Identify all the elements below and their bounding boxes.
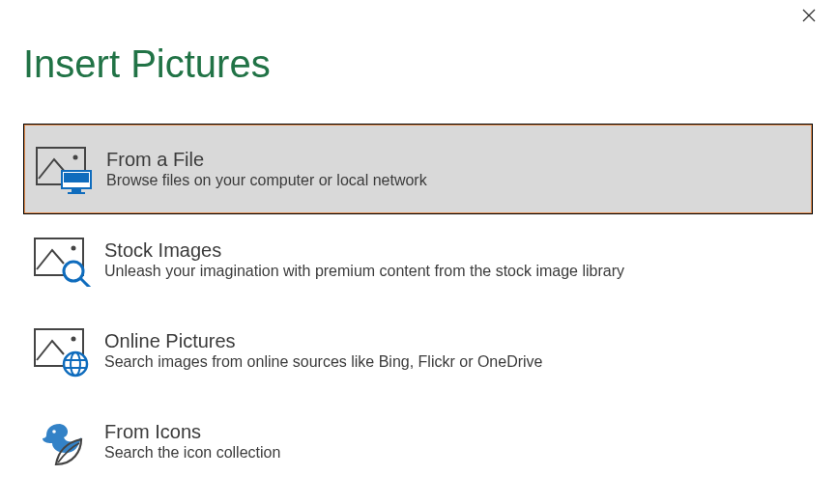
svg-point-14 (64, 352, 87, 376)
from-icons-icon (29, 412, 97, 470)
option-description: Browse files on your computer or local n… (106, 172, 805, 189)
svg-rect-6 (72, 188, 81, 192)
svg-line-11 (80, 278, 91, 287)
stock-images-icon (29, 231, 97, 289)
option-title: From a File (106, 149, 805, 170)
option-description: Search the icon collection (104, 444, 807, 462)
option-from-a-file[interactable]: From a File Browse files on your compute… (23, 124, 813, 214)
option-title: Online Pictures (104, 330, 807, 351)
close-icon (802, 9, 816, 26)
close-button[interactable] (799, 8, 819, 27)
svg-rect-7 (68, 192, 85, 194)
online-pictures-icon (29, 322, 97, 379)
svg-point-13 (72, 337, 76, 342)
option-title: From Icons (104, 421, 807, 442)
option-description: Search images from online sources like B… (104, 353, 807, 371)
from-file-icon (31, 140, 99, 198)
svg-point-18 (52, 430, 56, 434)
svg-point-3 (73, 155, 78, 160)
option-from-icons[interactable]: From Icons Search the icon collection (23, 396, 813, 487)
option-description: Unleash your imagination with premium co… (104, 263, 807, 280)
option-title: Stock Images (104, 239, 807, 261)
option-online-pictures[interactable]: Online Pictures Search images from onlin… (23, 305, 813, 396)
svg-point-9 (72, 246, 76, 251)
svg-rect-5 (64, 173, 89, 182)
option-stock-images[interactable]: Stock Images Unleash your imagination wi… (23, 214, 813, 305)
dialog-title: Insert Pictures (23, 42, 271, 86)
